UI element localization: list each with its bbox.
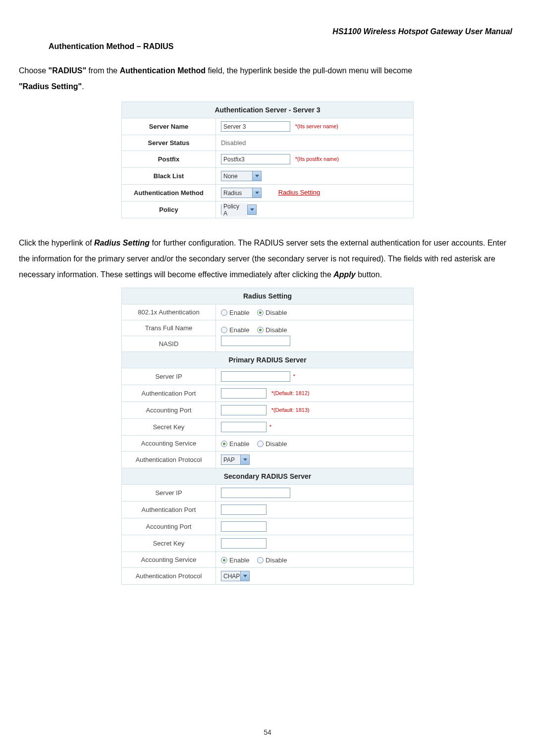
p-acct-enable-radio[interactable]: [221, 441, 227, 447]
policy-value: Policy A: [221, 203, 247, 217]
table-row: Authentication Port *(Default: 1812): [122, 385, 414, 402]
s-secret-key-label: Secret Key: [122, 535, 216, 552]
black-list-select[interactable]: None: [221, 171, 262, 181]
s-auth-port-input[interactable]: [221, 504, 267, 515]
table-row: Accounting Port *(Default: 1813): [122, 402, 414, 419]
s-auth-protocol-label: Authentication Protocol: [122, 568, 216, 585]
text-bold: Authentication Method: [120, 66, 206, 75]
server-name-input[interactable]: Server 3: [221, 121, 290, 132]
table-row: Postfix Postfix3 *(Its postfix name): [122, 151, 414, 168]
s-server-ip-input[interactable]: [221, 488, 290, 498]
text-fragment: Click the hyperlink of: [19, 239, 94, 247]
auth-8021x-disable-radio[interactable]: [257, 309, 264, 316]
chevron-down-icon: [247, 205, 256, 214]
server-name-label: Server Name: [122, 118, 216, 135]
p-acct-port-label: Accounting Port: [122, 402, 216, 419]
s-acct-port-label: Accounting Port: [122, 518, 216, 535]
trans-full-name-label: Trans Full Name: [122, 320, 216, 336]
text-bold: "RADIUS": [49, 66, 87, 75]
postfix-input[interactable]: Postfix3: [221, 154, 290, 164]
radius-setting-table: Radius Setting 802.1x Authentication Ena…: [121, 288, 414, 585]
enable-label: Enable: [229, 556, 249, 564]
table-row: Server Status Disabled: [122, 135, 414, 151]
nasid-input[interactable]: [221, 336, 290, 346]
p-auth-protocol-label: Authentication Protocol: [122, 452, 216, 468]
server-status-label: Server Status: [122, 135, 216, 151]
auth-server-table: Authentication Server - Server 3 Server …: [121, 101, 414, 218]
p-auth-protocol-value: PAP: [221, 456, 240, 463]
text-fragment: field, the hyperlink beside the pull-dow…: [206, 66, 412, 75]
table-row: Authentication Method Radius Radius Sett…: [122, 185, 414, 202]
s-auth-port-label: Authentication Port: [122, 502, 216, 518]
s-auth-protocol-select[interactable]: CHAP: [221, 571, 250, 581]
table-row: Accounting Service Enable Disable: [122, 552, 414, 568]
table-row: Trans Full Name Enable Disable: [122, 320, 414, 336]
p-server-ip-input[interactable]: [221, 371, 290, 382]
disable-label: Disable: [266, 556, 287, 564]
s-acct-service-label: Accounting Service: [122, 552, 216, 568]
table-row: Accounting Service Enable Disable: [122, 436, 414, 452]
document-title: HS1100 Wireless Hotspot Gateway User Man…: [19, 27, 516, 36]
server-name-hint: *(Its server name): [295, 123, 338, 129]
p-auth-protocol-select[interactable]: PAP: [221, 454, 250, 465]
auth-8021x-label: 802.1x Authentication: [122, 304, 216, 320]
text-fragment: Choose: [19, 66, 49, 75]
paragraph-intro: Choose "RADIUS" from the Authentication …: [19, 63, 516, 95]
text-bold-italic: Radius Setting: [94, 239, 150, 247]
table-row: 802.1x Authentication Enable Disable: [122, 304, 414, 320]
table-row: Authentication Protocol PAP: [122, 452, 414, 468]
enable-label: Enable: [229, 326, 249, 334]
page-number: 54: [0, 728, 535, 736]
auth-method-value: Radius: [221, 190, 252, 197]
table-row: Server IP *: [122, 368, 414, 385]
auth-method-label: Authentication Method: [122, 185, 216, 202]
chevron-down-icon: [252, 188, 261, 198]
p-secret-key-input[interactable]: [221, 422, 267, 432]
text-bold-italic: Apply: [333, 270, 355, 279]
s-auth-protocol-value: CHAP: [221, 573, 240, 580]
enable-label: Enable: [229, 309, 249, 316]
table-row: Server IP: [122, 485, 414, 502]
radius-setting-link[interactable]: Radius Setting: [278, 189, 321, 196]
table-header: Authentication Server - Server 3: [122, 102, 414, 118]
table-row: Secret Key: [122, 535, 414, 552]
s-acct-port-input[interactable]: [221, 521, 267, 532]
disable-label: Disable: [266, 440, 287, 448]
policy-label: Policy: [122, 202, 216, 218]
p-auth-port-label: Authentication Port: [122, 385, 216, 402]
table-row: Black List None: [122, 168, 414, 185]
trans-enable-radio[interactable]: [221, 327, 227, 333]
s-server-ip-label: Server IP: [122, 485, 216, 502]
table-row: Authentication Protocol CHAP: [122, 568, 414, 585]
auth-method-select[interactable]: Radius: [221, 188, 262, 198]
p-acct-port-input[interactable]: [221, 405, 267, 415]
enable-label: Enable: [229, 440, 249, 448]
p-acct-port-hint: *(Default: 1813): [271, 407, 310, 413]
table-row: Policy Policy A: [122, 202, 414, 218]
section-heading: Authentication Method – RADIUS: [49, 42, 516, 51]
nasid-label: NASID: [122, 336, 216, 352]
auth-8021x-enable-radio[interactable]: [221, 309, 227, 316]
table-row: Server Name Server 3 *(Its server name): [122, 118, 414, 135]
chevron-down-icon: [240, 455, 249, 464]
policy-select[interactable]: Policy A: [221, 204, 257, 215]
radius-header: Radius Setting: [122, 288, 414, 304]
s-secret-key-input[interactable]: [221, 538, 267, 549]
text-fragment: button.: [356, 270, 382, 279]
postfix-hint: *(Its postfix name): [295, 156, 339, 162]
primary-radius-header: Primary RADIUS Server: [122, 352, 414, 368]
black-list-label: Black List: [122, 168, 216, 185]
p-acct-disable-radio[interactable]: [257, 441, 264, 447]
p-secret-key-hint: *: [269, 424, 271, 430]
s-acct-disable-radio[interactable]: [257, 557, 264, 563]
chevron-down-icon: [252, 171, 261, 181]
disable-label: Disable: [266, 326, 287, 334]
p-acct-service-label: Accounting Service: [122, 436, 216, 452]
p-server-ip-hint: *: [293, 373, 295, 379]
table-row: Accounting Port: [122, 518, 414, 535]
s-acct-enable-radio[interactable]: [221, 557, 227, 563]
p-auth-port-input[interactable]: [221, 388, 267, 399]
trans-disable-radio[interactable]: [257, 327, 264, 333]
p-secret-key-label: Secret Key: [122, 419, 216, 436]
table-row: Authentication Port: [122, 502, 414, 518]
